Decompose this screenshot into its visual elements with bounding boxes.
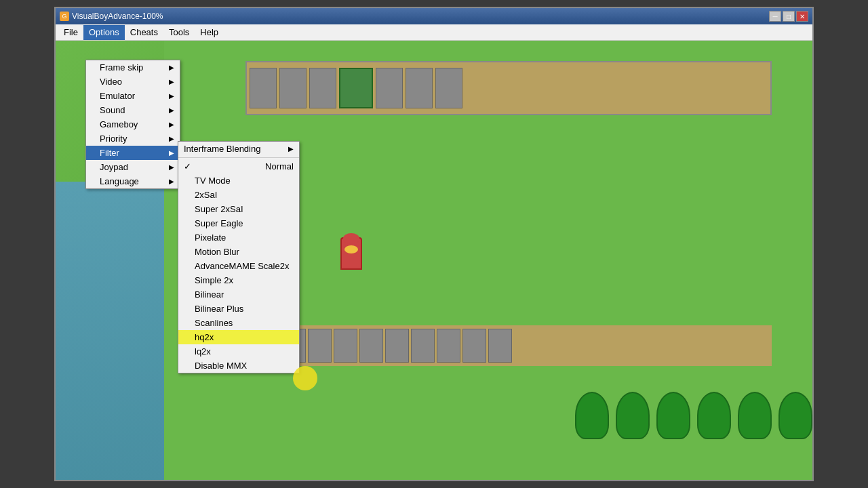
menu-tools[interactable]: Tools — [163, 25, 195, 40]
filter-disable-mmx[interactable]: Disable MMX — [178, 359, 299, 373]
window-controls: ─ □ ✕ — [769, 11, 808, 22]
filter-scanlines[interactable]: Scanlines — [178, 316, 299, 330]
option-frame-skip[interactable]: Frame skip ▶ — [86, 60, 180, 75]
window-title: VisualBoyAdvance-100% — [72, 12, 163, 21]
close-button[interactable]: ✕ — [796, 11, 808, 22]
filter-normal[interactable]: Normal — [178, 159, 299, 174]
filter-super-2xsal[interactable]: Super 2xSaI — [178, 202, 299, 216]
filter-hq2x[interactable]: hq2x — [178, 330, 299, 344]
filter-super-eagle[interactable]: Super Eagle — [178, 216, 299, 230]
emulator-arrow: ▶ — [169, 92, 174, 100]
option-video[interactable]: Video ▶ — [86, 75, 180, 89]
filter-bilinear[interactable]: Bilinear — [178, 287, 299, 302]
interframe-arrow: ▶ — [288, 145, 294, 152]
option-joypad[interactable]: Joypad ▶ — [86, 160, 180, 174]
option-language[interactable]: Language ▶ — [86, 174, 180, 188]
filter-separator-1 — [178, 157, 299, 158]
sound-arrow: ▶ — [169, 106, 174, 114]
character — [340, 237, 362, 270]
frame-skip-arrow: ▶ — [169, 64, 174, 71]
trees — [575, 392, 812, 439]
gameboy-arrow: ▶ — [169, 121, 174, 128]
option-sound[interactable]: Sound ▶ — [86, 103, 180, 117]
menu-cheats[interactable]: Cheats — [125, 25, 163, 40]
video-arrow: ▶ — [169, 78, 174, 85]
menu-file[interactable]: File — [58, 25, 83, 40]
filter-pixelate[interactable]: Pixelate — [178, 230, 299, 245]
option-emulator[interactable]: Emulator ▶ — [86, 89, 180, 103]
option-gameboy[interactable]: Gameboy ▶ — [86, 117, 180, 131]
filter-interframe-blending[interactable]: Interframe Blending ▶ — [178, 142, 299, 156]
filter-lq2x[interactable]: lq2x — [178, 344, 299, 359]
filter-arrow: ▶ — [169, 149, 174, 157]
options-menu: Frame skip ▶ Video ▶ Emulator ▶ Sound ▶ … — [85, 60, 180, 189]
joypad-arrow: ▶ — [169, 163, 174, 171]
track-bg — [245, 61, 772, 115]
menu-help[interactable]: Help — [195, 25, 224, 40]
filter-submenu: Interframe Blending ▶ Normal TV Mode 2xS… — [178, 141, 300, 373]
menu-options[interactable]: Options — [83, 25, 125, 40]
language-arrow: ▶ — [169, 178, 174, 185]
filter-2xsal[interactable]: 2xSaI — [178, 188, 299, 202]
filter-motion-blur[interactable]: Motion Blur — [178, 245, 299, 259]
option-filter[interactable]: Filter ▶ — [86, 146, 180, 160]
priority-arrow: ▶ — [169, 135, 174, 142]
title-bar: G VisualBoyAdvance-100% ─ □ ✕ — [56, 8, 812, 24]
menu-bar: File Options Cheats Tools Help — [56, 24, 812, 41]
filter-advancemame[interactable]: AdvanceMAME Scale2x — [178, 259, 299, 273]
maximize-button[interactable]: □ — [783, 11, 795, 22]
filter-bilinear-plus[interactable]: Bilinear Plus — [178, 302, 299, 316]
filter-simple-2x[interactable]: Simple 2x — [178, 273, 299, 287]
app-icon: G — [60, 12, 69, 21]
main-window: G VisualBoyAdvance-100% ─ □ ✕ File Optio… — [54, 7, 814, 481]
filter-tv-mode[interactable]: TV Mode — [178, 174, 299, 188]
minimize-button[interactable]: ─ — [769, 11, 781, 22]
game-viewport: Frame skip ▶ Video ▶ Emulator ▶ Sound ▶ … — [56, 41, 812, 480]
option-priority[interactable]: Priority ▶ — [86, 131, 180, 146]
